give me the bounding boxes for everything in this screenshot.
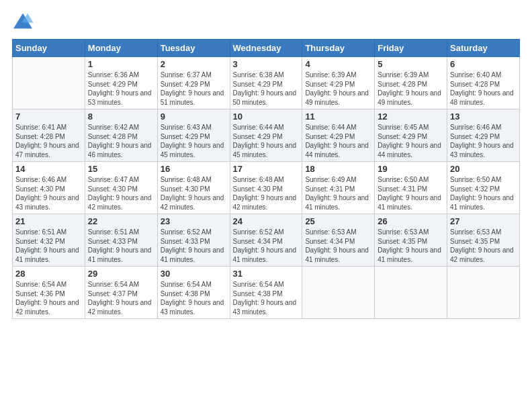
weekday-header-saturday: Saturday	[447, 40, 520, 57]
day-info: Sunrise: 6:50 AMSunset: 4:32 PMDaylight:…	[450, 175, 517, 212]
day-info: Sunrise: 6:53 AMSunset: 4:34 PMDaylight:…	[305, 228, 371, 264]
day-number: 3	[233, 59, 300, 69]
day-number: 8	[88, 111, 154, 122]
day-info: Sunrise: 6:36 AMSunset: 4:29 PMDaylight:…	[88, 71, 154, 107]
day-cell	[447, 267, 520, 319]
day-info: Sunrise: 6:54 AMSunset: 4:38 PMDaylight:…	[233, 280, 300, 316]
day-info: Sunrise: 6:38 AMSunset: 4:29 PMDaylight:…	[233, 71, 300, 107]
day-info: Sunrise: 6:47 AMSunset: 4:30 PMDaylight:…	[88, 175, 154, 212]
day-cell: 6Sunrise: 6:40 AMSunset: 4:28 PMDaylight…	[447, 57, 520, 109]
day-info: Sunrise: 6:50 AMSunset: 4:31 PMDaylight:…	[378, 175, 444, 212]
day-info: Sunrise: 6:37 AMSunset: 4:29 PMDaylight:…	[161, 71, 227, 107]
page: SundayMondayTuesdayWednesdayThursdayFrid…	[0, 0, 532, 411]
day-cell: 20Sunrise: 6:50 AMSunset: 4:32 PMDayligh…	[447, 162, 520, 214]
day-info: Sunrise: 6:53 AMSunset: 4:35 PMDaylight:…	[450, 228, 517, 264]
day-number: 17	[233, 164, 300, 174]
day-cell: 25Sunrise: 6:53 AMSunset: 4:34 PMDayligh…	[302, 214, 375, 267]
week-row-2: 14Sunrise: 6:46 AMSunset: 4:30 PMDayligh…	[13, 162, 520, 214]
day-info: Sunrise: 6:52 AMSunset: 4:34 PMDaylight:…	[233, 228, 300, 264]
day-cell: 1Sunrise: 6:36 AMSunset: 4:29 PMDaylight…	[85, 57, 157, 109]
day-cell: 24Sunrise: 6:52 AMSunset: 4:34 PMDayligh…	[230, 214, 302, 267]
day-number: 22	[88, 216, 154, 226]
week-row-3: 21Sunrise: 6:51 AMSunset: 4:32 PMDayligh…	[13, 214, 520, 267]
day-number: 1	[88, 59, 154, 69]
day-info: Sunrise: 6:40 AMSunset: 4:28 PMDaylight:…	[450, 71, 517, 107]
week-row-0: 1Sunrise: 6:36 AMSunset: 4:29 PMDaylight…	[13, 57, 520, 109]
day-cell: 12Sunrise: 6:45 AMSunset: 4:29 PMDayligh…	[375, 109, 447, 162]
day-cell: 26Sunrise: 6:53 AMSunset: 4:35 PMDayligh…	[375, 214, 447, 267]
day-cell: 30Sunrise: 6:54 AMSunset: 4:38 PMDayligh…	[157, 267, 230, 319]
day-info: Sunrise: 6:44 AMSunset: 4:29 PMDaylight:…	[233, 123, 300, 159]
day-cell	[375, 267, 447, 319]
day-cell: 23Sunrise: 6:52 AMSunset: 4:33 PMDayligh…	[157, 214, 230, 267]
day-info: Sunrise: 6:46 AMSunset: 4:29 PMDaylight:…	[450, 123, 517, 159]
day-info: Sunrise: 6:48 AMSunset: 4:30 PMDaylight:…	[233, 175, 300, 212]
day-number: 10	[233, 111, 300, 122]
weekday-header-wednesday: Wednesday	[230, 40, 302, 57]
weekday-header-monday: Monday	[85, 40, 157, 57]
day-number: 20	[450, 164, 517, 174]
day-number: 11	[305, 111, 371, 122]
day-info: Sunrise: 6:51 AMSunset: 4:33 PMDaylight:…	[88, 228, 154, 264]
day-number: 31	[233, 269, 300, 279]
day-info: Sunrise: 6:39 AMSunset: 4:29 PMDaylight:…	[305, 71, 371, 107]
day-number: 12	[378, 111, 444, 122]
day-number: 2	[161, 59, 227, 69]
day-info: Sunrise: 6:52 AMSunset: 4:33 PMDaylight:…	[161, 228, 227, 264]
day-cell: 3Sunrise: 6:38 AMSunset: 4:29 PMDaylight…	[230, 57, 302, 109]
day-cell: 19Sunrise: 6:50 AMSunset: 4:31 PMDayligh…	[375, 162, 447, 214]
day-cell: 29Sunrise: 6:54 AMSunset: 4:37 PMDayligh…	[85, 267, 157, 319]
day-number: 26	[378, 216, 444, 226]
day-info: Sunrise: 6:48 AMSunset: 4:30 PMDaylight:…	[161, 175, 227, 212]
day-cell: 16Sunrise: 6:48 AMSunset: 4:30 PMDayligh…	[157, 162, 230, 214]
day-info: Sunrise: 6:54 AMSunset: 4:36 PMDaylight:…	[15, 280, 82, 316]
header	[12, 12, 520, 31]
day-cell: 31Sunrise: 6:54 AMSunset: 4:38 PMDayligh…	[230, 267, 302, 319]
day-cell: 11Sunrise: 6:44 AMSunset: 4:29 PMDayligh…	[302, 109, 375, 162]
day-cell: 5Sunrise: 6:39 AMSunset: 4:28 PMDaylight…	[375, 57, 447, 109]
day-cell: 28Sunrise: 6:54 AMSunset: 4:36 PMDayligh…	[13, 267, 85, 319]
day-cell: 15Sunrise: 6:47 AMSunset: 4:30 PMDayligh…	[85, 162, 157, 214]
day-info: Sunrise: 6:54 AMSunset: 4:37 PMDaylight:…	[88, 280, 154, 316]
day-cell: 10Sunrise: 6:44 AMSunset: 4:29 PMDayligh…	[230, 109, 302, 162]
day-cell: 9Sunrise: 6:43 AMSunset: 4:29 PMDaylight…	[157, 109, 230, 162]
day-info: Sunrise: 6:53 AMSunset: 4:35 PMDaylight:…	[378, 228, 444, 264]
day-number: 9	[161, 111, 227, 122]
day-number: 27	[450, 216, 517, 226]
weekday-header-friday: Friday	[375, 40, 447, 57]
day-number: 18	[305, 164, 371, 174]
day-number: 14	[15, 164, 82, 174]
day-cell: 21Sunrise: 6:51 AMSunset: 4:32 PMDayligh…	[13, 214, 85, 267]
day-number: 6	[450, 59, 517, 69]
weekday-header-thursday: Thursday	[302, 40, 375, 57]
weekday-header-sunday: Sunday	[13, 40, 85, 57]
day-number: 15	[88, 164, 154, 174]
day-cell: 17Sunrise: 6:48 AMSunset: 4:30 PMDayligh…	[230, 162, 302, 214]
day-cell: 2Sunrise: 6:37 AMSunset: 4:29 PMDaylight…	[157, 57, 230, 109]
day-cell	[302, 267, 375, 319]
weekday-header-row: SundayMondayTuesdayWednesdayThursdayFrid…	[13, 40, 520, 57]
day-info: Sunrise: 6:44 AMSunset: 4:29 PMDaylight:…	[305, 123, 371, 159]
day-cell	[13, 57, 85, 109]
day-info: Sunrise: 6:43 AMSunset: 4:29 PMDaylight:…	[161, 123, 227, 159]
day-number: 5	[378, 59, 444, 69]
week-row-1: 7Sunrise: 6:41 AMSunset: 4:28 PMDaylight…	[13, 109, 520, 162]
day-number: 29	[88, 269, 154, 279]
day-info: Sunrise: 6:41 AMSunset: 4:28 PMDaylight:…	[15, 123, 82, 159]
logo-icon	[12, 12, 34, 31]
day-number: 28	[15, 269, 82, 279]
day-info: Sunrise: 6:49 AMSunset: 4:31 PMDaylight:…	[305, 175, 371, 212]
logo	[12, 12, 38, 31]
day-cell: 7Sunrise: 6:41 AMSunset: 4:28 PMDaylight…	[13, 109, 85, 162]
day-info: Sunrise: 6:54 AMSunset: 4:38 PMDaylight:…	[161, 280, 227, 316]
week-row-4: 28Sunrise: 6:54 AMSunset: 4:36 PMDayligh…	[13, 267, 520, 319]
day-cell: 22Sunrise: 6:51 AMSunset: 4:33 PMDayligh…	[85, 214, 157, 267]
day-info: Sunrise: 6:51 AMSunset: 4:32 PMDaylight:…	[15, 228, 82, 264]
day-cell: 13Sunrise: 6:46 AMSunset: 4:29 PMDayligh…	[447, 109, 520, 162]
day-number: 24	[233, 216, 300, 226]
day-cell: 8Sunrise: 6:42 AMSunset: 4:28 PMDaylight…	[85, 109, 157, 162]
day-number: 30	[161, 269, 227, 279]
day-info: Sunrise: 6:42 AMSunset: 4:28 PMDaylight:…	[88, 123, 154, 159]
day-number: 19	[378, 164, 444, 174]
day-number: 13	[450, 111, 517, 122]
